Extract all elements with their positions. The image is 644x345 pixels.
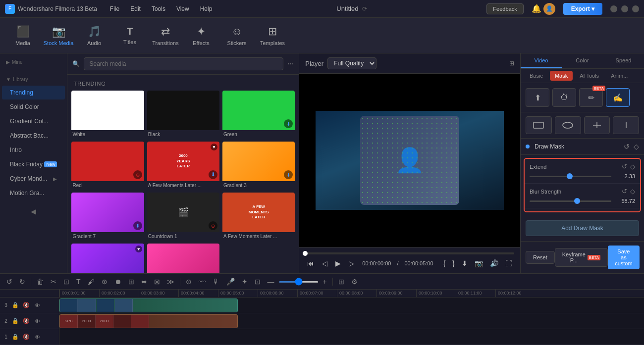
media-item-countdown[interactable]: 🎬 ⊖ Countdown 1 bbox=[147, 193, 219, 241]
toolbar-media[interactable]: ⬛ Media bbox=[5, 18, 41, 53]
play-head-button[interactable]: ⊙ bbox=[183, 276, 194, 287]
zoom-minus-button[interactable]: — bbox=[265, 276, 277, 287]
volume-button[interactable]: 🔊 bbox=[488, 258, 500, 268]
sidebar-item-intro[interactable]: Intro bbox=[2, 143, 65, 157]
redo-button[interactable]: ↻ bbox=[17, 276, 28, 287]
track-mute-btn-1[interactable]: 🔇 bbox=[22, 333, 31, 342]
zoom-button[interactable]: ⊕ bbox=[99, 276, 110, 287]
skip-back-button[interactable]: ⏮ bbox=[305, 258, 316, 268]
timeline-ruler[interactable]: 00:00:01:00 00:00:02:00 00:00:03:00 00:0… bbox=[59, 290, 644, 297]
toolbar-audio[interactable]: 🎵 Audio bbox=[76, 18, 112, 53]
blur-diamond-icon[interactable]: ◇ bbox=[630, 188, 635, 195]
layout-button[interactable]: ⊞ bbox=[336, 276, 347, 287]
track-clip-media[interactable]: SPB 2000 2000 bbox=[59, 314, 238, 328]
sidebar-item-motion-gra[interactable]: Motion Gra... bbox=[2, 186, 65, 200]
paint-button[interactable]: 🖌 bbox=[85, 276, 97, 287]
vertical-line-btn[interactable] bbox=[613, 116, 639, 134]
subtab-anim[interactable]: Anim... bbox=[606, 71, 633, 81]
tab-video[interactable]: Video bbox=[521, 53, 562, 68]
media-item-gradient7[interactable]: ⬇ Gradient 7 bbox=[71, 193, 144, 241]
toolbar-effects[interactable]: ✦ Effects bbox=[183, 18, 219, 53]
media-item-purple[interactable]: ♥ bbox=[71, 244, 144, 273]
gap-button[interactable]: ⬌ bbox=[139, 276, 150, 287]
track-clip-video[interactable] bbox=[59, 298, 238, 312]
frame-forward-button[interactable]: ▷ bbox=[347, 258, 356, 268]
track-mute-btn-2[interactable]: 🔇 bbox=[22, 317, 31, 326]
search-input[interactable] bbox=[84, 57, 283, 70]
subtab-mask[interactable]: Mask bbox=[550, 71, 573, 81]
track-visible-btn-2[interactable]: 👁 bbox=[33, 317, 42, 326]
tab-color[interactable]: Color bbox=[562, 53, 603, 68]
subtab-basic[interactable]: Basic bbox=[525, 71, 548, 81]
sidebar-item-solid-color[interactable]: Solid Color bbox=[2, 100, 65, 114]
save-custom-button[interactable]: Save as custom bbox=[608, 246, 639, 269]
reset-button[interactable]: Reset bbox=[526, 251, 555, 264]
reset-mask-icon[interactable]: ↺ bbox=[624, 143, 630, 150]
track-lock-btn-1[interactable]: 🔒 bbox=[11, 333, 20, 342]
feedback-button[interactable]: Feedback bbox=[486, 3, 523, 14]
menu-view[interactable]: View bbox=[171, 3, 194, 14]
aspect-ratio-icon[interactable]: ⊞ bbox=[509, 60, 514, 67]
quality-select[interactable]: Full Quality 1/2 1/4 bbox=[327, 57, 376, 69]
diamond-mask-icon[interactable]: ◇ bbox=[634, 143, 639, 150]
extend-slider[interactable] bbox=[530, 176, 611, 177]
cut-button[interactable]: ✂ bbox=[48, 276, 59, 287]
record-button[interactable]: ⏺ bbox=[112, 276, 124, 287]
ellipse-shape-btn[interactable] bbox=[555, 116, 581, 134]
media-item-white[interactable]: White bbox=[71, 91, 144, 139]
mask-circle-btn[interactable]: ⏱ bbox=[552, 88, 576, 107]
extend-diamond-icon[interactable]: ◇ bbox=[630, 163, 635, 170]
insert-button[interactable]: ⬇ bbox=[460, 258, 470, 268]
delete-clip-button[interactable]: 🗑 bbox=[34, 276, 46, 287]
timeline-scrubber[interactable] bbox=[305, 252, 514, 254]
menu-file[interactable]: File bbox=[105, 3, 124, 14]
snapshot-button[interactable]: 📷 bbox=[473, 258, 485, 268]
close-button[interactable] bbox=[632, 5, 639, 12]
undo-button[interactable]: ↺ bbox=[4, 276, 15, 287]
sidebar-item-gradient-color[interactable]: Gradient Col... bbox=[2, 114, 65, 128]
media-item-red[interactable]: ⊖ Red bbox=[71, 142, 144, 190]
line-shape-btn[interactable] bbox=[584, 116, 610, 134]
add-draw-mask-button[interactable]: Add Draw Mask bbox=[526, 220, 639, 236]
audio-button[interactable]: 🎙 bbox=[210, 276, 222, 287]
extend-reset-icon[interactable]: ↺ bbox=[622, 163, 627, 170]
sidebar-item-black-friday[interactable]: Black Friday New bbox=[2, 157, 65, 171]
sidebar-mine-toggle[interactable]: ▶ Mine bbox=[0, 56, 67, 68]
blur-reset-icon[interactable]: ↺ bbox=[622, 188, 627, 195]
zoom-plus-button[interactable]: + bbox=[321, 276, 329, 287]
track-visible-btn-3[interactable]: 👁 bbox=[33, 301, 42, 310]
tab-speed[interactable]: Speed bbox=[603, 53, 644, 68]
subtitle-button[interactable]: ⊡ bbox=[252, 276, 263, 287]
track-mute-btn-3[interactable]: 🔇 bbox=[22, 301, 31, 310]
mask-pen-btn[interactable]: BETA ✏ bbox=[579, 88, 603, 107]
menu-tools[interactable]: Tools bbox=[147, 3, 170, 14]
sidebar-item-cyber-monday[interactable]: Cyber Mond... ▶ bbox=[2, 172, 65, 186]
media-item-green[interactable]: ⬇ Green bbox=[222, 91, 295, 139]
keyframe-button[interactable]: Keyframe P... BETA bbox=[555, 248, 608, 267]
settings-button[interactable]: ⚙ bbox=[349, 276, 360, 287]
crop-button[interactable]: ⊡ bbox=[61, 276, 72, 287]
export-button[interactable]: Export ▾ bbox=[563, 3, 602, 15]
zoom-slider[interactable] bbox=[279, 281, 319, 283]
toolbar-titles[interactable]: T Titles bbox=[112, 18, 148, 53]
track-lock-btn-2[interactable]: 🔒 bbox=[11, 317, 20, 326]
play-button[interactable]: ▶ bbox=[333, 258, 343, 268]
track-visible-btn-1[interactable]: 👁 bbox=[33, 333, 42, 342]
rect-shape-btn[interactable] bbox=[526, 116, 552, 134]
collapse-sidebar-btn[interactable]: ◀ bbox=[0, 203, 67, 219]
effects-add-button[interactable]: ✦ bbox=[239, 276, 250, 287]
user-avatar[interactable]: 👤 bbox=[543, 3, 555, 15]
frame-back-button[interactable]: ◁ bbox=[320, 258, 329, 268]
menu-help[interactable]: Help bbox=[195, 3, 217, 14]
more-tools-button[interactable]: ≫ bbox=[164, 276, 177, 287]
fullscreen-button[interactable]: ⛶ bbox=[503, 258, 514, 268]
voice-button[interactable]: 🎤 bbox=[224, 276, 237, 287]
toolbar-stickers[interactable]: ☺ Stickers bbox=[219, 18, 255, 53]
media-item-gradient3[interactable]: ⬇ Gradient 3 bbox=[222, 142, 295, 190]
maximize-button[interactable] bbox=[621, 5, 628, 12]
toolbar-stock-media[interactable]: 📷 Stock Media bbox=[41, 18, 76, 53]
mask-draw-btn[interactable]: ✍ bbox=[606, 88, 630, 107]
media-item-black[interactable]: Black bbox=[147, 91, 219, 139]
notifications-icon[interactable]: 🔔 bbox=[532, 4, 541, 13]
menu-edit[interactable]: Edit bbox=[125, 3, 146, 14]
